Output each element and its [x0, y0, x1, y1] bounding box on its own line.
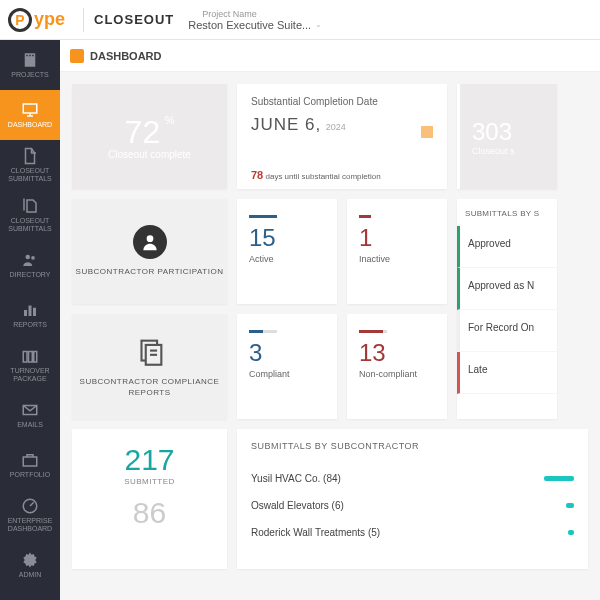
logo-text: ype — [34, 9, 65, 30]
sidebar-item-closeout2[interactable]: CLOSEOUT SUBMITTALS — [0, 190, 60, 240]
sidebar-item-enterprise[interactable]: ENTERPRISE DASHBOARD — [0, 490, 60, 540]
submitted-secondary: 86 — [133, 496, 166, 530]
subcontractor-row[interactable]: Oswald Elevators (6) — [251, 492, 574, 519]
subcontractor-row[interactable]: Roderick Wall Treatments (5) — [251, 519, 574, 546]
noncompliant-value: 13 — [359, 339, 435, 367]
sidebar-item-admin[interactable]: ADMIN — [0, 540, 60, 590]
svg-rect-1 — [26, 55, 28, 57]
svg-rect-4 — [23, 104, 37, 113]
subcontractor-row[interactable]: Yusil HVAC Co. (84) — [251, 465, 574, 492]
stat-303-card: 303 Closeout s — [457, 84, 557, 189]
active-card: 15 Active — [237, 199, 337, 304]
sidebar: PROJECTS DASHBOARD CLOSEOUT SUBMITTALS C… — [0, 40, 60, 600]
status-row-approved[interactable]: Approved — [457, 226, 557, 268]
logo[interactable]: Pype — [0, 8, 73, 32]
sidebar-item-turnover[interactable]: TURNOVER PACKAGE — [0, 340, 60, 390]
calendar-icon[interactable] — [421, 126, 433, 138]
svg-point-19 — [146, 236, 153, 243]
document-stack-icon — [21, 197, 39, 215]
briefcase-icon — [21, 451, 39, 469]
svg-rect-9 — [24, 310, 27, 316]
submitted-card: 217 SUBMITTED 86 — [72, 429, 227, 569]
users-icon — [21, 251, 39, 269]
sidebar-item-closeout1[interactable]: CLOSEOUT SUBMITTALS — [0, 140, 60, 190]
sidebar-item-emails[interactable]: EMAILS — [0, 390, 60, 440]
status-row-late[interactable]: Late — [457, 352, 557, 394]
subcontractor-list-card: SUBMITTALS BY SUBCONTRACTOR Yusil HVAC C… — [237, 429, 588, 569]
svg-rect-3 — [32, 55, 34, 57]
building-icon — [21, 51, 39, 69]
days-remaining: 78 — [251, 169, 263, 181]
completion-value: 72 — [125, 114, 161, 150]
status-row-record[interactable]: For Record On — [457, 310, 557, 352]
submittals-status-card: SUBMITTALS BY S Approved Approved as N F… — [457, 199, 557, 419]
active-value: 15 — [249, 224, 325, 252]
svg-point-8 — [31, 256, 35, 260]
completion-label: Closeout complete — [108, 149, 191, 160]
stat-value: 303 — [472, 118, 557, 146]
person-icon — [133, 225, 167, 259]
date-title: Substantial Completion Date — [251, 96, 433, 107]
submitted-value: 217 — [124, 443, 174, 477]
participation-card: SUBCONTRACTOR PARTICIPATION — [72, 199, 227, 304]
divider — [83, 8, 84, 32]
chart-icon — [21, 301, 39, 319]
sidebar-item-directory[interactable]: DIRECTORY — [0, 240, 60, 290]
stat-label: Closeout s — [472, 146, 557, 156]
gear-icon — [21, 551, 39, 569]
noncompliant-card: 13 Non-compliant — [347, 314, 447, 419]
chevron-down-icon: ⌄ — [315, 20, 322, 29]
svg-rect-2 — [29, 55, 31, 57]
monitor-icon — [21, 101, 39, 119]
project-label: Project Name — [202, 9, 322, 19]
logo-icon: P — [8, 8, 32, 32]
sidebar-item-projects[interactable]: PROJECTS — [0, 40, 60, 90]
svg-rect-10 — [29, 306, 32, 317]
svg-rect-12 — [23, 352, 27, 363]
svg-point-7 — [26, 255, 31, 260]
svg-rect-16 — [23, 457, 37, 466]
inactive-value: 1 — [359, 224, 435, 252]
package-icon — [21, 347, 39, 365]
svg-rect-14 — [34, 352, 37, 363]
compliant-card: 3 Compliant — [237, 314, 337, 419]
page-title: DASHBOARD — [90, 50, 162, 62]
status-row-approved-noted[interactable]: Approved as N — [457, 268, 557, 310]
dashboard-icon — [70, 49, 84, 63]
completion-date-card: Substantial Completion Date JUNE 6, 2024… — [237, 84, 447, 189]
project-selector[interactable]: Reston Executive Suite...⌄ — [188, 19, 322, 31]
sidebar-item-dashboard[interactable]: DASHBOARD — [0, 90, 60, 140]
inactive-card: 1 Inactive — [347, 199, 447, 304]
page-header: DASHBOARD — [60, 40, 600, 72]
sidebar-item-portfolio[interactable]: PORTFOLIO — [0, 440, 60, 490]
document-icon — [21, 147, 39, 165]
compliance-card: SUBCONTRACTOR COMPLIANCE REPORTS — [72, 314, 227, 419]
documents-icon — [133, 335, 167, 369]
compliant-value: 3 — [249, 339, 325, 367]
gauge-icon — [21, 497, 39, 515]
svg-rect-13 — [29, 352, 33, 363]
main-content: DASHBOARD 72 % Closeout complete Substan… — [60, 40, 600, 600]
app-header: Pype CLOSEOUT Project Name Reston Execut… — [0, 0, 600, 40]
sidebar-item-reports[interactable]: REPORTS — [0, 290, 60, 340]
date-value: JUNE 6, — [251, 115, 321, 134]
completion-card: 72 % Closeout complete — [72, 84, 227, 189]
app-name: CLOSEOUT — [94, 12, 174, 27]
mail-icon — [21, 401, 39, 419]
svg-rect-11 — [33, 308, 36, 316]
